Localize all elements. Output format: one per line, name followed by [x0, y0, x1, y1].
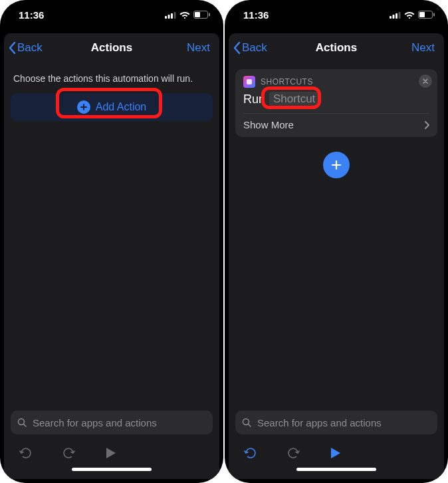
- status-bar: 11:36: [225, 0, 448, 29]
- status-time: 11:36: [19, 9, 44, 21]
- svg-rect-1: [168, 15, 170, 19]
- search-placeholder: Search for apps and actions: [257, 417, 382, 428]
- card-header: SHORTCUTS: [243, 76, 429, 88]
- add-action-fab[interactable]: [323, 152, 350, 178]
- plus-icon: [330, 159, 342, 171]
- svg-rect-13: [419, 12, 425, 17]
- search-placeholder: Search for apps and actions: [33, 417, 157, 428]
- svg-rect-9: [393, 15, 395, 19]
- nav-title: Actions: [316, 41, 357, 55]
- back-button[interactable]: Back: [229, 41, 267, 55]
- wifi-icon: [179, 11, 190, 19]
- back-label: Back: [17, 41, 43, 55]
- svg-rect-3: [174, 12, 176, 19]
- add-action-button[interactable]: Add Action: [11, 93, 213, 121]
- status-time: 11:36: [243, 9, 269, 21]
- redo-button[interactable]: [282, 442, 304, 464]
- content-area: SHORTCUTS Run Shortcut Show More: [229, 63, 444, 405]
- back-label: Back: [242, 41, 267, 55]
- toolbar: [11, 440, 213, 466]
- show-more-button[interactable]: Show More: [243, 113, 429, 130]
- chevron-left-icon: [8, 41, 16, 55]
- home-indicator[interactable]: [296, 468, 376, 471]
- search-input[interactable]: Search for apps and actions: [11, 410, 213, 434]
- instruction-text: Choose the actions this automation will …: [13, 73, 213, 84]
- status-icons: [390, 11, 435, 19]
- back-button[interactable]: Back: [4, 41, 43, 55]
- nav-bar: Back Actions Next: [229, 33, 444, 63]
- cellular-icon: [165, 11, 176, 19]
- undo-icon: [19, 446, 33, 460]
- cellular-icon: [390, 11, 401, 19]
- battery-icon: [193, 11, 210, 19]
- status-icons: [165, 11, 210, 19]
- action-card: SHORTCUTS Run Shortcut Show More: [235, 69, 437, 137]
- home-indicator[interactable]: [72, 468, 152, 471]
- nav-title: Actions: [91, 41, 132, 55]
- svg-rect-15: [247, 79, 252, 84]
- shortcuts-app-icon: [243, 76, 255, 88]
- search-input[interactable]: Search for apps and actions: [235, 410, 437, 434]
- toolbar: [235, 440, 437, 466]
- svg-rect-14: [433, 13, 435, 17]
- redo-icon: [61, 446, 76, 460]
- close-icon: [422, 78, 429, 84]
- next-button[interactable]: Next: [411, 41, 444, 55]
- shortcut-token[interactable]: Shortcut: [269, 92, 319, 106]
- play-icon: [330, 446, 342, 460]
- card-action-line: Run Shortcut: [243, 92, 429, 106]
- chevron-left-icon: [233, 41, 241, 55]
- chevron-right-icon: [424, 120, 429, 130]
- add-action-label: Add Action: [96, 101, 147, 113]
- wifi-icon: [404, 11, 415, 19]
- svg-rect-6: [209, 13, 210, 17]
- card-close-button[interactable]: [419, 75, 432, 88]
- card-header-label: SHORTCUTS: [261, 77, 313, 86]
- svg-rect-5: [195, 12, 200, 17]
- undo-button[interactable]: [15, 442, 37, 464]
- play-icon: [105, 446, 117, 460]
- undo-button[interactable]: [239, 442, 262, 464]
- phone-right: 11:36 Back Actions Next SHO: [225, 0, 448, 483]
- search-icon: [242, 418, 252, 428]
- next-button[interactable]: Next: [187, 41, 219, 55]
- bottom-area: Search for apps and actions: [229, 405, 444, 479]
- content-area: Choose the actions this automation will …: [4, 63, 219, 405]
- svg-rect-10: [395, 13, 397, 19]
- status-bar: 11:36: [0, 0, 223, 29]
- svg-rect-11: [399, 12, 401, 19]
- svg-rect-8: [390, 16, 392, 19]
- play-button[interactable]: [100, 442, 122, 464]
- battery-icon: [418, 11, 435, 19]
- nav-bar: Back Actions Next: [4, 33, 219, 63]
- search-icon: [17, 418, 27, 428]
- plus-circle-icon: [77, 100, 90, 114]
- show-more-label: Show More: [243, 119, 294, 130]
- bottom-area: Search for apps and actions: [4, 405, 219, 479]
- redo-icon: [286, 446, 300, 460]
- play-button[interactable]: [324, 442, 347, 464]
- phone-left: 11:36 Back Actions Next Choose the actio…: [0, 0, 223, 483]
- svg-rect-2: [171, 13, 173, 19]
- undo-icon: [243, 446, 258, 460]
- svg-rect-0: [165, 16, 167, 19]
- redo-button[interactable]: [57, 442, 80, 464]
- run-label: Run: [243, 92, 265, 106]
